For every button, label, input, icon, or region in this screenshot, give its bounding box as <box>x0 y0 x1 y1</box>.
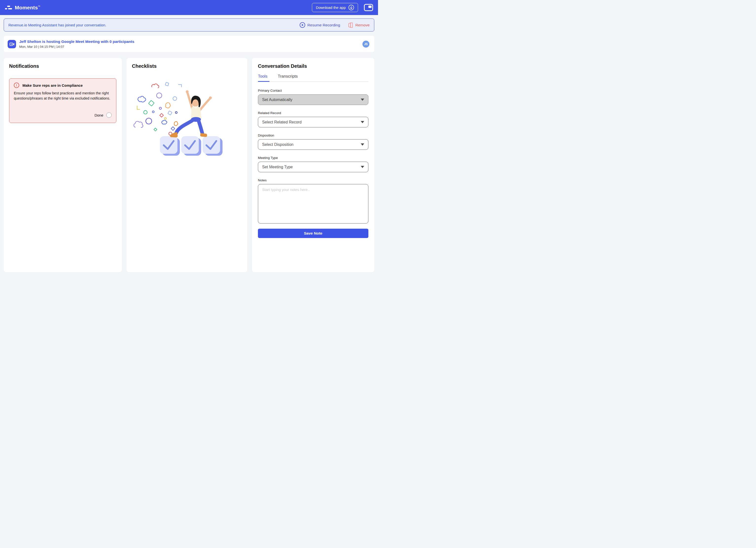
video-camera-icon <box>9 41 15 47</box>
disposition-value: Select Disposition <box>262 143 293 147</box>
primary-contact-select[interactable]: Set Automatically <box>258 94 368 105</box>
disposition-select[interactable]: Select Disposition <box>258 139 368 150</box>
checklists-illustration <box>132 75 243 158</box>
download-app-label: Download the app <box>316 5 346 10</box>
related-record-select[interactable]: Select Related Record <box>258 117 368 127</box>
brand: Moments™ <box>5 5 40 11</box>
meeting-type-label: Meeting Type <box>258 156 368 160</box>
field-disposition: Disposition Select Disposition <box>258 134 368 150</box>
field-notes: Notes <box>258 179 368 225</box>
alert-title: Make Sure reps are in Compliance <box>22 83 83 88</box>
header-actions: Download the app <box>312 3 373 12</box>
door-exit-icon <box>348 22 353 28</box>
picture-in-picture-button[interactable] <box>364 4 373 11</box>
meeting-subtitle: Mon, Mar 10 | 04:15 PM | 14:07 <box>19 45 134 49</box>
caret-down-icon <box>361 99 364 101</box>
details-tabs: Tools Transcripts <box>258 74 368 82</box>
notes-label: Notes <box>258 179 368 182</box>
meeting-summary-card: Jeff Shelton is hosting Google Meet Meet… <box>4 36 374 52</box>
primary-contact-label: Primary Contact <box>258 89 368 92</box>
notes-input[interactable] <box>258 184 368 224</box>
tab-tools[interactable]: Tools <box>258 74 268 81</box>
meeting-text: Jeff Shelton is hosting Google Meet Meet… <box>19 39 134 49</box>
avatar[interactable]: JS <box>362 41 369 48</box>
meeting-type-value: Set Meeting Type <box>262 165 293 169</box>
arrow-down-circle-icon <box>348 5 354 10</box>
notifications-panel: Notifications ! Make Sure reps are in Co… <box>4 58 122 272</box>
remove-assistant-button[interactable]: Remove <box>348 22 370 28</box>
field-primary-contact: Primary Contact Set Automatically <box>258 89 368 105</box>
save-note-button[interactable]: Save Note <box>258 229 368 238</box>
alert-body: Ensure your reps follow best practices a… <box>14 91 112 101</box>
checklists-panel: Checklists <box>126 58 247 272</box>
details-form: Primary Contact Set Automatically Relate… <box>258 89 368 238</box>
trademark: ™ <box>38 5 40 8</box>
field-meeting-type: Meeting Type Set Meeting Type <box>258 156 368 172</box>
disposition-label: Disposition <box>258 134 368 137</box>
assistant-banner: Revenue.io Meeting Assistant has joined … <box>4 18 374 32</box>
alert-head: ! Make Sure reps are in Compliance <box>14 83 112 88</box>
related-record-value: Select Related Record <box>262 120 302 125</box>
picture-in-picture-icon <box>364 4 373 11</box>
resume-recording-button[interactable]: Resume Recording <box>300 22 340 28</box>
compliance-alert-card: ! Make Sure reps are in Compliance Ensur… <box>9 78 116 123</box>
checklists-title: Checklists <box>132 63 242 69</box>
conversation-details-title: Conversation Details <box>258 63 368 69</box>
caret-down-icon <box>361 166 364 168</box>
meeting-type-select[interactable]: Set Meeting Type <box>258 162 368 172</box>
assistant-banner-actions: Resume Recording Remove <box>300 22 370 28</box>
remove-assistant-label: Remove <box>355 23 370 27</box>
main-columns: Notifications ! Make Sure reps are in Co… <box>4 58 374 272</box>
conversation-details-panel: Conversation Details Tools Transcripts P… <box>252 58 374 272</box>
app-header: Moments™ Download the app <box>0 0 378 15</box>
caret-down-icon <box>361 143 364 146</box>
exclamation-circle-icon: ! <box>14 83 19 88</box>
play-circle-icon <box>300 22 305 28</box>
download-app-button[interactable]: Download the app <box>312 3 358 12</box>
done-checkbox[interactable] <box>106 112 112 118</box>
resume-recording-label: Resume Recording <box>307 23 340 27</box>
done-label: Done <box>94 113 103 117</box>
meeting-title[interactable]: Jeff Shelton is hosting Google Meet Meet… <box>19 39 134 44</box>
notifications-title: Notifications <box>9 63 116 69</box>
related-record-label: Related Record <box>258 111 368 115</box>
brand-name: Moments™ <box>15 5 40 11</box>
primary-contact-value: Set Automatically <box>262 98 292 102</box>
caret-down-icon <box>361 121 364 123</box>
tab-transcripts[interactable]: Transcripts <box>278 74 298 81</box>
field-related-record: Related Record Select Related Record <box>258 111 368 127</box>
assistant-message: Revenue.io Meeting Assistant has joined … <box>8 23 106 27</box>
video-camera-badge <box>8 40 16 48</box>
alert-done-row: Done <box>14 112 112 118</box>
moments-logo-icon <box>5 5 12 10</box>
